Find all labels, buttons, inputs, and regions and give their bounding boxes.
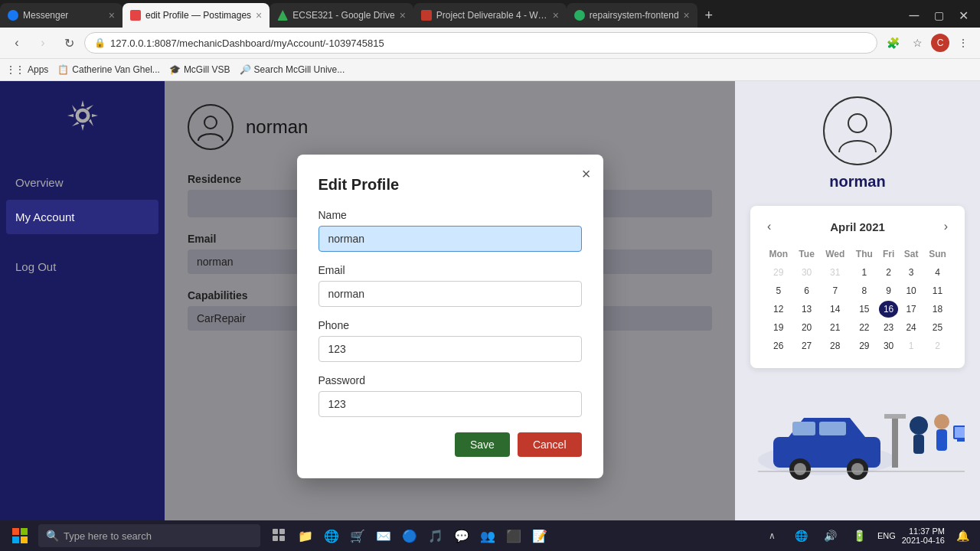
calendar-next-button[interactable]: › — [939, 218, 952, 235]
cal-day-27[interactable]: 27 — [795, 337, 819, 354]
cal-day-12[interactable]: 12 — [764, 301, 793, 318]
calendar-row-4: 19 20 21 22 23 24 25 — [764, 319, 951, 336]
phone-input[interactable] — [318, 336, 582, 362]
calendar-header: ‹ April 2021 › — [763, 218, 952, 235]
forward-button[interactable]: › — [32, 32, 54, 54]
cal-day-30[interactable]: 30 — [879, 337, 898, 354]
cal-day-18[interactable]: 18 — [924, 301, 951, 318]
cal-day-1[interactable]: 1 — [851, 264, 877, 281]
cal-day-13[interactable]: 13 — [795, 301, 819, 318]
cal-day-20[interactable]: 20 — [795, 319, 819, 336]
edge-button[interactable]: 🔵 — [398, 524, 421, 547]
file-explorer-button[interactable]: 📁 — [294, 524, 317, 547]
bookmark-mcgill-vsb[interactable]: 🎓 McGill VSB — [169, 64, 230, 75]
svg-rect-14 — [913, 435, 924, 454]
cal-day-15[interactable]: 15 — [851, 301, 877, 318]
extensions-icon[interactable]: 🧩 — [882, 32, 903, 54]
cal-day-19[interactable]: 19 — [764, 319, 793, 336]
word-button[interactable]: 📝 — [528, 524, 551, 547]
cal-day-6[interactable]: 6 — [795, 282, 819, 299]
password-input[interactable] — [318, 391, 582, 417]
tab-postimages[interactable]: edit Profile — Postimages × — [122, 3, 270, 28]
bookmark-search-mcgill[interactable]: 🔎 Search McGill Unive... — [240, 64, 345, 75]
cal-day-10[interactable]: 10 — [900, 282, 923, 299]
svg-point-12 — [851, 463, 864, 475]
tab-close-messenger[interactable]: × — [109, 9, 115, 21]
tab-close-project[interactable]: × — [553, 9, 559, 21]
cal-day-25[interactable]: 25 — [924, 319, 951, 336]
tab-repair[interactable]: repairsystem-frontend × — [567, 3, 697, 28]
cal-day-28[interactable]: 28 — [821, 337, 850, 354]
back-button[interactable]: ‹ — [6, 32, 28, 54]
cal-day-11[interactable]: 11 — [924, 282, 951, 299]
bookmark-star-icon[interactable]: ☆ — [906, 32, 928, 54]
taskview-button[interactable] — [268, 524, 291, 547]
cal-day-29-mar[interactable]: 29 — [764, 264, 793, 281]
tray-icons-button[interactable]: ∧ — [761, 524, 784, 547]
spotify-button[interactable]: 🎵 — [424, 524, 447, 547]
menu-icon[interactable]: ⋮ — [952, 32, 974, 54]
cal-day-31-mar[interactable]: 31 — [821, 264, 850, 281]
maximize-button[interactable]: ▢ — [928, 5, 949, 26]
cal-day-22[interactable]: 22 — [851, 319, 877, 336]
cal-day-29[interactable]: 29 — [851, 337, 877, 354]
cal-day-7[interactable]: 7 — [821, 282, 850, 299]
name-input[interactable] — [318, 226, 582, 252]
sidebar-item-overview[interactable]: Overview — [0, 165, 165, 200]
new-tab-button[interactable]: + — [697, 3, 720, 28]
cal-day-2[interactable]: 2 — [879, 264, 898, 281]
tab-close-repair[interactable]: × — [684, 9, 690, 21]
cancel-button[interactable]: Cancel — [518, 432, 582, 457]
cal-day-5[interactable]: 5 — [764, 282, 793, 299]
notification-button[interactable]: 🔔 — [951, 524, 974, 547]
tab-project[interactable]: Project Deliverable 4 - Winter 20... × — [413, 3, 567, 28]
minimize-button[interactable]: ─ — [903, 5, 925, 26]
battery-icon[interactable]: 🔋 — [848, 524, 871, 547]
cal-day-21[interactable]: 21 — [821, 319, 850, 336]
email-input[interactable] — [318, 281, 582, 307]
cal-day-1-may[interactable]: 1 — [900, 337, 923, 354]
gear-icon — [64, 96, 102, 135]
address-bar[interactable]: 🔒 127.0.0.1:8087/mechanicDashboard/myAcc… — [84, 32, 877, 54]
cal-day-3[interactable]: 3 — [900, 264, 923, 281]
store-button[interactable]: 🛒 — [346, 524, 369, 547]
terminal-button[interactable]: ⬛ — [502, 524, 525, 547]
browser-taskbar-button[interactable]: 🌐 — [320, 524, 343, 547]
cal-day-2-may[interactable]: 2 — [924, 337, 951, 354]
bookmark-mcgill-vsb-icon: 🎓 — [169, 64, 181, 75]
cal-day-17[interactable]: 17 — [900, 301, 923, 318]
cal-header-tue: Tue — [795, 246, 819, 262]
cal-day-9[interactable]: 9 — [879, 282, 898, 299]
save-button[interactable]: Save — [455, 432, 510, 457]
cal-day-24[interactable]: 24 — [900, 319, 923, 336]
svg-rect-29 — [273, 536, 278, 541]
modal-close-button[interactable]: × — [582, 165, 591, 183]
volume-icon[interactable]: 🔊 — [819, 524, 842, 547]
cal-day-14[interactable]: 14 — [821, 301, 850, 318]
tab-close-postimages[interactable]: × — [256, 9, 262, 21]
cal-day-30-mar[interactable]: 30 — [795, 264, 819, 281]
cal-day-23[interactable]: 23 — [879, 319, 898, 336]
tab-close-gdrive[interactable]: × — [400, 9, 406, 21]
system-clock[interactable]: 11:37 PM 2021-04-16 — [902, 527, 945, 545]
cal-day-26[interactable]: 26 — [764, 337, 793, 354]
cal-day-8[interactable]: 8 — [851, 282, 877, 299]
bookmark-apps[interactable]: ⋮⋮ Apps — [6, 64, 48, 75]
close-window-button[interactable]: ✕ — [952, 5, 974, 26]
tab-messenger[interactable]: Messenger × — [0, 3, 122, 28]
network-icon[interactable]: 🌐 — [790, 524, 813, 547]
profile-icon-browser[interactable]: C — [931, 34, 949, 52]
bookmark-catherine[interactable]: 📋 Catherine Van Ghel... — [57, 64, 160, 75]
calendar-prev-button[interactable]: ‹ — [763, 218, 776, 235]
sidebar-item-log-out[interactable]: Log Out — [0, 249, 165, 284]
tab-gdrive[interactable]: ECSE321 - Google Drive × — [270, 3, 413, 28]
windows-start-button[interactable] — [6, 522, 34, 549]
taskbar-search-box[interactable]: 🔍 Type here to search — [38, 524, 260, 547]
sidebar-item-my-account[interactable]: My Account — [6, 200, 158, 234]
teams-button[interactable]: 👥 — [476, 524, 499, 547]
mail-button[interactable]: ✉️ — [372, 524, 395, 547]
cal-day-4[interactable]: 4 — [924, 264, 951, 281]
cal-day-16[interactable]: 16 — [879, 301, 898, 318]
refresh-button[interactable]: ↻ — [58, 32, 80, 54]
discord-button[interactable]: 💬 — [450, 524, 473, 547]
